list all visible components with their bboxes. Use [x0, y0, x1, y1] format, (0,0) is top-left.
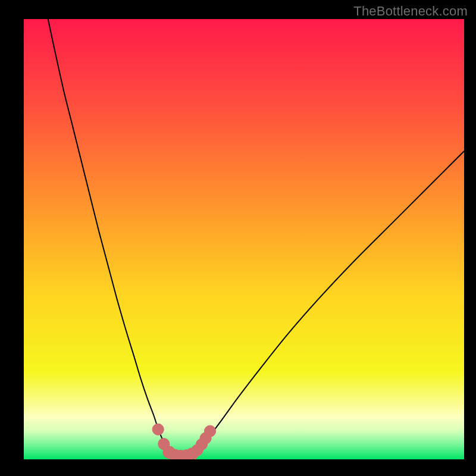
watermark-text: TheBottleneck.com — [353, 4, 468, 19]
curve-right-branch — [193, 151, 464, 455]
marker-dot — [204, 425, 215, 437]
marker-dot — [152, 424, 164, 435]
chart-frame: TheBottleneck.com — [0, 0, 476, 476]
plot-area — [24, 19, 464, 459]
curve-left-branch — [48, 19, 171, 455]
curve-layer — [24, 19, 464, 459]
valley-markers — [152, 424, 216, 459]
